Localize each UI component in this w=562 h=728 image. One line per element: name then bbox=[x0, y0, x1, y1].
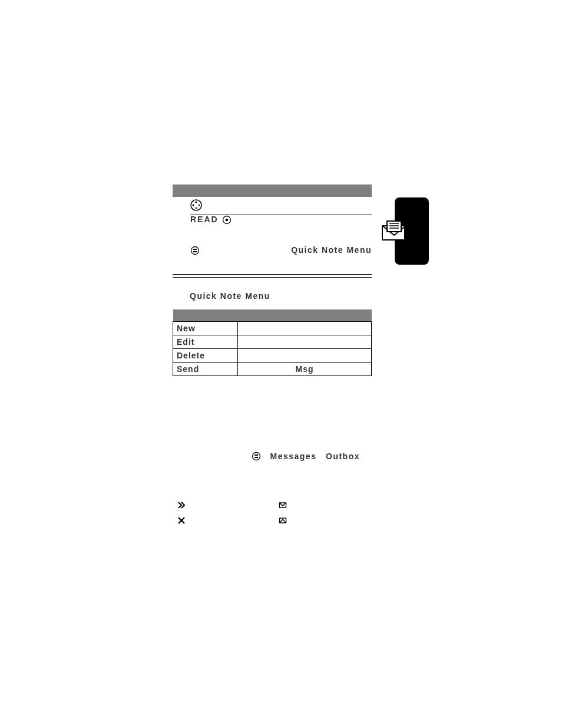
desc-delete bbox=[238, 349, 372, 363]
legend-row bbox=[177, 513, 276, 529]
in-progress-icon bbox=[177, 499, 186, 514]
desc-edit bbox=[238, 335, 372, 349]
svg-rect-5 bbox=[193, 251, 197, 252]
table-row: Edit bbox=[173, 335, 372, 349]
menu-key-icon bbox=[252, 452, 261, 463]
svg-point-6 bbox=[252, 453, 260, 460]
svg-point-3 bbox=[191, 247, 199, 255]
option-new: New bbox=[173, 322, 238, 335]
section-divider bbox=[173, 274, 372, 278]
nav-step-row bbox=[190, 199, 372, 215]
outbox-menu1: Messages bbox=[270, 452, 317, 461]
menu-step-row: Quick Note Menu bbox=[190, 245, 372, 255]
legend-row bbox=[177, 498, 276, 513]
outbox-menu2: Outbox bbox=[326, 452, 360, 461]
table-row: Delete bbox=[173, 349, 372, 363]
dpad-icon bbox=[190, 199, 202, 211]
table-header-row bbox=[173, 309, 372, 322]
delivered-icon bbox=[278, 499, 287, 514]
option-send: Send bbox=[173, 363, 238, 376]
option-delete: Delete bbox=[173, 349, 238, 363]
desc-send: Msg bbox=[238, 363, 372, 376]
svg-rect-8 bbox=[254, 457, 258, 458]
table-head-option bbox=[173, 309, 238, 322]
table-row: Send Msg bbox=[173, 363, 372, 376]
menu-hint-right: Quick Note Menu bbox=[291, 245, 372, 255]
manual-page: READ Quick Note Menu Quick Note Menu bbox=[0, 0, 562, 728]
read-step-row: READ bbox=[190, 215, 372, 225]
svg-rect-12 bbox=[387, 221, 401, 232]
options-table: New Edit Delete Send Msg bbox=[173, 309, 372, 376]
table-head-desc bbox=[238, 309, 372, 322]
option-edit: Edit bbox=[173, 335, 238, 349]
failed-icon bbox=[177, 514, 186, 529]
legend-row bbox=[278, 513, 377, 529]
svg-rect-4 bbox=[193, 249, 197, 250]
menu-key-icon bbox=[190, 246, 200, 255]
desc-new bbox=[238, 322, 372, 335]
header-bar bbox=[173, 185, 372, 197]
svg-rect-7 bbox=[254, 454, 258, 456]
outbox-nav-line: Messages Outbox bbox=[173, 452, 372, 463]
envelope-graphic bbox=[381, 220, 407, 241]
sent-icon bbox=[278, 514, 287, 529]
legend-col-2 bbox=[278, 498, 377, 529]
legend-row bbox=[278, 498, 377, 513]
legend-col-1 bbox=[177, 498, 276, 529]
center-select-icon bbox=[222, 215, 232, 225]
svg-point-2 bbox=[225, 219, 228, 222]
read-label: READ bbox=[190, 215, 219, 224]
desc-send-msg: Msg bbox=[296, 364, 314, 374]
section-title: Quick Note Menu bbox=[190, 291, 270, 301]
status-icon-legend bbox=[177, 498, 377, 529]
table-row: New bbox=[173, 322, 372, 335]
